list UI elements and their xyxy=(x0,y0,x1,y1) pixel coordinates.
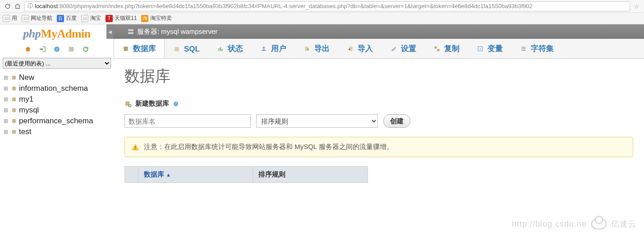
page-title: 数据库 xyxy=(124,66,633,87)
new-db-icon xyxy=(124,100,132,107)
recent-dropdown[interactable]: (最近使用的表) ... xyxy=(3,58,111,69)
expand-icon[interactable]: ⊞ xyxy=(3,85,9,92)
site-info-icon[interactable]: ⓘ xyxy=(28,2,33,10)
watermark-brand: 亿速云 xyxy=(611,219,637,229)
expand-icon[interactable]: ⊞ xyxy=(3,75,9,81)
node-label: New xyxy=(19,73,34,82)
main-tabs: 数据库 SQL 状态 用户 导出 导入 设置 复制 x变量 字符集 xyxy=(114,39,644,59)
tree-node[interactable]: ⊞my1 xyxy=(1,94,113,105)
bookmark-item[interactable]: 淘 淘宝特卖 xyxy=(141,14,172,22)
export-icon xyxy=(304,45,311,52)
bookmark-item[interactable]: 百 百度 xyxy=(57,14,77,22)
user-icon xyxy=(260,45,267,52)
tab-charsets[interactable]: 字符集 xyxy=(511,38,562,58)
logout-icon[interactable] xyxy=(38,45,46,53)
tree-node[interactable]: ⊞test xyxy=(1,126,113,137)
home-icon[interactable] xyxy=(13,1,23,11)
create-db-form: 排序规则 创建 xyxy=(124,114,633,128)
replication-icon xyxy=(433,45,441,52)
svg-text:?: ? xyxy=(56,47,58,51)
create-db-label: 新建数据库 xyxy=(135,99,169,108)
tab-label: SQL xyxy=(184,45,200,54)
home-icon[interactable] xyxy=(24,45,32,53)
tree-node-new[interactable]: ⊞New xyxy=(1,72,113,83)
tab-import[interactable]: 导入 xyxy=(338,38,382,58)
tab-label: 设置 xyxy=(401,43,416,54)
db-icon xyxy=(122,45,129,52)
th-database[interactable]: 数据库▲ xyxy=(138,167,253,183)
content-area: 数据库 新建数据库 ? 排序规则 创建 注意：在此启用数据库统计可能导 xyxy=(114,59,644,190)
tab-settings[interactable]: 设置 xyxy=(382,38,425,58)
bookmark-label: 用 xyxy=(12,14,17,22)
db-icon xyxy=(11,96,17,103)
expand-icon[interactable]: ⊞ xyxy=(3,107,9,113)
tab-users[interactable]: 用户 xyxy=(252,38,295,58)
tab-label: 用户 xyxy=(271,43,286,54)
tab-label: 字符集 xyxy=(531,43,554,54)
th-checkbox[interactable] xyxy=(125,167,138,183)
bookmark-item[interactable]: ▭ 淘宝 xyxy=(81,14,101,22)
bookmark-star-icon[interactable]: ☆ xyxy=(632,3,641,10)
expand-icon[interactable]: ⊞ xyxy=(3,129,9,135)
tree-node[interactable]: ⊞performance_schema xyxy=(1,116,113,126)
svg-rect-13 xyxy=(218,48,219,51)
sidebar-quick-icons: ? xyxy=(0,42,114,56)
vars-icon: x xyxy=(477,45,484,52)
tab-replication[interactable]: 复制 xyxy=(425,38,468,58)
tab-databases[interactable]: 数据库 xyxy=(114,38,165,58)
settings-icon xyxy=(390,45,397,52)
charset-icon xyxy=(520,45,527,52)
address-bar[interactable]: ⓘ localhost:8080/phpmyadmin/index.php?to… xyxy=(24,1,630,11)
tab-export[interactable]: 导出 xyxy=(295,38,338,58)
svg-text:?: ? xyxy=(175,102,177,105)
tab-variables[interactable]: x变量 xyxy=(468,38,511,58)
collation-select[interactable]: 排序规则 xyxy=(256,114,378,128)
server-label[interactable]: 服务器: mysql wampserver xyxy=(137,28,217,36)
phpmyadmin-logo[interactable]: phpMyAdmin xyxy=(0,24,114,42)
expand-icon[interactable]: ⊞ xyxy=(3,96,9,103)
server-icon xyxy=(127,28,134,35)
tree-node[interactable]: ⊞mysql xyxy=(1,105,113,116)
reload-icon[interactable] xyxy=(3,1,13,11)
expand-icon[interactable]: ⊞ xyxy=(3,118,9,124)
recent-tables-select[interactable]: (最近使用的表) ... xyxy=(3,58,111,69)
tab-label: 状态 xyxy=(228,43,243,54)
sql-icon[interactable] xyxy=(67,45,75,53)
bookmark-label: 百度 xyxy=(66,14,77,22)
tab-label: 数据库 xyxy=(133,43,156,54)
th-collation[interactable]: 排序规则 xyxy=(253,167,368,183)
warning-notice: 注意：在此启用数据库统计可能导致网站服务器和 MySQL 服务器之间的流量骤增。 xyxy=(124,137,633,157)
node-label: information_schema xyxy=(19,84,88,93)
tab-sql[interactable]: SQL xyxy=(165,40,208,58)
create-button[interactable]: 创建 xyxy=(383,114,410,128)
svg-rect-2 xyxy=(69,47,74,52)
db-name-input[interactable] xyxy=(124,114,251,128)
db-icon xyxy=(11,118,17,124)
bookmark-item[interactable]: T 天猫双11 xyxy=(106,14,137,22)
bookmark-label: 网址导航 xyxy=(31,14,52,22)
browser-toolbar: ⓘ localhost:8080/phpmyadmin/index.php?to… xyxy=(0,0,644,13)
bookmark-label: 淘宝特卖 xyxy=(150,14,172,22)
tab-status[interactable]: 状态 xyxy=(208,38,252,58)
bookmark-item[interactable]: ▭ 网址导航 xyxy=(22,14,52,22)
bookmark-item[interactable]: ▭ 用 xyxy=(3,14,17,22)
svg-rect-20 xyxy=(435,46,437,48)
help-icon[interactable]: ? xyxy=(173,101,179,107)
reload-icon[interactable] xyxy=(82,45,90,53)
help-icon[interactable]: ? xyxy=(53,45,61,53)
databases-table: 数据库▲ 排序规则 xyxy=(124,166,368,183)
collapse-sidebar-icon[interactable]: ◀ xyxy=(106,24,114,39)
svg-rect-15 xyxy=(221,49,222,51)
url-port: :8080 xyxy=(58,3,73,9)
sidebar: phpMyAdmin ? (最近使用的表) ... ⊞New ⊞informat… xyxy=(0,24,114,233)
baidu-icon: 百 xyxy=(57,15,64,22)
svg-rect-9 xyxy=(128,29,133,31)
tree-node[interactable]: ⊞information_schema xyxy=(1,83,113,94)
db-icon xyxy=(11,107,17,113)
svg-point-16 xyxy=(263,47,265,49)
node-label: my1 xyxy=(19,95,33,104)
server-breadcrumb: ◀ 服务器: mysql wampserver xyxy=(114,24,644,39)
main-panel: ◀ 服务器: mysql wampserver 数据库 SQL 状态 用户 导出… xyxy=(114,24,644,233)
svg-point-19 xyxy=(391,50,392,51)
page-icon: ▭ xyxy=(81,15,88,22)
